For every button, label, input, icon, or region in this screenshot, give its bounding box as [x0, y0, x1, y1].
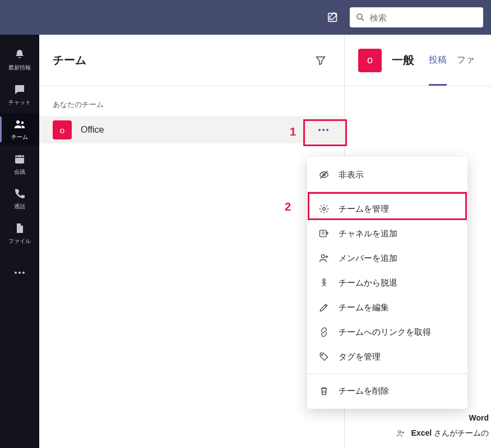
- rail-calls[interactable]: 通話: [0, 183, 39, 215]
- search-icon: [355, 12, 365, 22]
- top-bar: [0, 0, 491, 35]
- svg-point-7: [22, 272, 25, 274]
- search-input[interactable]: [370, 13, 478, 22]
- menu-add-channel-label: チャネルを追加: [339, 228, 397, 239]
- menu-edit-team-label: チームを編集: [339, 302, 389, 313]
- svg-point-2: [16, 120, 20, 124]
- menu-edit-team[interactable]: チームを編集: [307, 295, 467, 320]
- add-member-icon: [318, 253, 330, 264]
- svg-point-3: [21, 122, 24, 124]
- rail-files-label: ファイル: [8, 237, 31, 245]
- menu-add-channel[interactable]: チャネルを追加: [307, 221, 467, 246]
- menu-manage-team-label: チームを管理: [339, 204, 389, 214]
- add-channel-icon: [318, 228, 330, 239]
- activity-feed-partial: Word Excel さんがチームの: [396, 410, 489, 441]
- tag-icon: [318, 351, 330, 362]
- svg-point-11: [321, 255, 325, 258]
- menu-get-link-label: チームへのリンクを取得: [339, 327, 431, 338]
- rail-activity[interactable]: 最新情報: [0, 44, 39, 76]
- channel-avatar: o: [358, 49, 382, 72]
- menu-manage-team[interactable]: チームを管理: [307, 197, 467, 221]
- svg-rect-4: [15, 155, 24, 164]
- menu-get-link[interactable]: チームへのリンクを取得: [307, 320, 467, 344]
- file-icon: [13, 222, 26, 235]
- menu-hide[interactable]: 非表示: [307, 162, 467, 187]
- menu-manage-tags[interactable]: タグを管理: [307, 344, 467, 369]
- rail-calls-label: 通話: [14, 203, 25, 211]
- svg-point-9: [323, 208, 326, 211]
- rail-more[interactable]: [0, 256, 39, 289]
- annotation-2: 2: [285, 200, 291, 213]
- link-icon: [318, 326, 330, 338]
- bell-icon: [13, 48, 26, 62]
- rail-files[interactable]: ファイル: [0, 217, 39, 250]
- svg-rect-10: [320, 230, 327, 237]
- svg-point-1: [357, 14, 362, 19]
- channel-title: 一般: [392, 53, 414, 68]
- teams-panel: チーム あなたのチーム o Office: [39, 35, 345, 448]
- gear-icon: [318, 203, 330, 214]
- menu-add-member[interactable]: メンバーを追加: [307, 246, 467, 270]
- svg-point-5: [15, 272, 17, 274]
- more-dots-icon: [318, 129, 328, 131]
- rail-chat-label: チャット: [8, 99, 31, 106]
- hide-icon: [318, 169, 330, 180]
- panel-header: チーム: [39, 35, 344, 86]
- app-rail: 最新情報 チャット チーム 会議 通話 ファイル: [0, 35, 39, 448]
- feed-excel-text: Excel さんがチームの: [411, 428, 489, 438]
- your-teams-label: あなたのチーム: [39, 86, 344, 116]
- menu-delete-team-label: チームを削除: [339, 386, 389, 396]
- teams-icon: [13, 118, 26, 131]
- rail-chat[interactable]: チャット: [0, 78, 39, 111]
- annotation-1: 1: [290, 125, 296, 138]
- menu-leave-team-label: チームから脱退: [339, 278, 397, 288]
- rail-calendar-label: 会議: [14, 168, 25, 176]
- channel-header: o 一般 投稿 ファ: [345, 35, 491, 86]
- menu-delete-team[interactable]: チームを削除: [307, 379, 467, 403]
- filter-button[interactable]: [311, 50, 331, 71]
- team-row[interactable]: o Office: [39, 116, 344, 143]
- panel-title: チーム: [53, 53, 86, 68]
- feed-word-name: Word: [469, 413, 489, 422]
- chat-icon: [13, 83, 26, 96]
- search-box[interactable]: [350, 7, 483, 27]
- rail-teams-label: チーム: [11, 133, 28, 141]
- tab-files[interactable]: ファ: [457, 35, 475, 86]
- menu-separator: [307, 192, 467, 192]
- menu-leave-team[interactable]: チームから脱退: [307, 270, 467, 295]
- feed-row-excel: Excel さんがチームの: [396, 426, 489, 441]
- menu-hide-label: 非表示: [339, 170, 364, 180]
- menu-separator-2: [307, 374, 467, 374]
- team-context-menu: 非表示 チームを管理 チャネルを追加 メンバーを追加 チームから脱退 チームを編…: [307, 157, 467, 409]
- svg-point-14: [398, 431, 401, 433]
- channel-tabs: 投稿 ファ: [429, 35, 475, 86]
- menu-add-member-label: メンバーを追加: [339, 253, 397, 264]
- filter-icon: [314, 54, 327, 67]
- team-name: Office: [81, 125, 305, 135]
- calendar-icon: [13, 152, 26, 166]
- rail-teams[interactable]: チーム: [0, 113, 39, 146]
- feed-row-word: Word: [396, 410, 489, 426]
- compose-button[interactable]: [323, 7, 343, 27]
- team-avatar: o: [53, 120, 72, 139]
- trash-icon: [318, 385, 330, 396]
- team-more-button[interactable]: [314, 120, 333, 139]
- rail-calendar[interactable]: 会議: [0, 148, 39, 180]
- svg-point-6: [18, 272, 21, 274]
- more-icon: [13, 270, 26, 275]
- phone-icon: [13, 187, 26, 200]
- pencil-icon: [318, 302, 330, 313]
- svg-point-13: [322, 354, 323, 356]
- tab-posts[interactable]: 投稿: [429, 35, 447, 86]
- compose-icon: [327, 11, 339, 24]
- rail-activity-label: 最新情報: [8, 64, 31, 72]
- person-add-icon: [396, 428, 406, 438]
- leave-icon: [318, 277, 330, 288]
- svg-point-12: [323, 279, 325, 281]
- menu-manage-tags-label: タグを管理: [339, 352, 381, 362]
